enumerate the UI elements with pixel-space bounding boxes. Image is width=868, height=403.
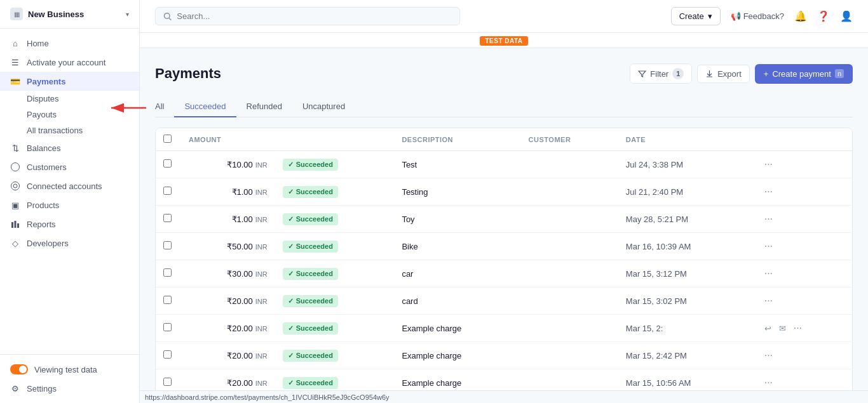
payment-amount: ₹30.00INR [181,260,275,287]
sidebar-item-balances[interactable]: ⇅ Balances [0,138,139,157]
sidebar-item-home[interactable]: ⌂ Home [0,34,139,53]
user-icon[interactable]: 👤 [840,10,853,22]
row-checkbox[interactable] [163,187,172,195]
row-checkbox[interactable] [163,214,172,222]
sidebar-item-products-label: Products [27,201,59,210]
table-row[interactable]: ₹20.00INR ✓Succeeded Example charge Mar … [156,342,852,369]
col-description: DESCRIPTION [394,128,520,151]
row-checkbox[interactable] [163,350,172,359]
svg-rect-3 [11,222,13,228]
payment-customer [521,151,618,178]
more-options-button[interactable]: ··· [762,294,775,308]
row-checkbox[interactable] [163,268,172,277]
sidebar-item-payouts[interactable]: Payouts [0,107,139,122]
table-row[interactable]: ₹10.00INR ✓Succeeded Test Jul 24, 3:38 P… [156,151,852,178]
status-badge: ✓Succeeded [283,159,338,171]
create-button[interactable]: Create ▾ [671,7,721,25]
sidebar-item-settings[interactable]: ⚙ Settings [0,379,139,398]
help-icon[interactable]: ❓ [817,10,830,22]
table-row[interactable]: ₹20.00INR ✓Succeeded card Mar 15, 3:02 P… [156,287,852,315]
undo-icon[interactable]: ↩ [762,322,774,334]
test-badge: TEST DATA [480,36,527,46]
tab-all[interactable]: All [155,96,174,117]
sidebar-item-all-transactions[interactable]: All transactions [0,122,139,138]
payments-table-container: AMOUNT DESCRIPTION CUSTOMER DATE ₹10.00I… [155,128,853,390]
svg-rect-5 [17,223,19,228]
more-options-button[interactable]: ··· [762,348,775,362]
payment-description: car [394,260,520,287]
row-checkbox[interactable] [163,378,172,386]
test-data-toggle[interactable]: Viewing test data [0,360,139,379]
topbar-actions: Create ▾ 📢 Feedback? 🔔 ❓ 👤 [671,7,853,25]
status-badge: ✓Succeeded [283,241,338,253]
select-all-checkbox[interactable] [163,135,172,143]
search-input[interactable] [177,11,452,21]
sidebar-item-balances-label: Balances [27,143,60,153]
more-options-button[interactable]: ··· [762,376,775,390]
payment-actions: ··· [754,178,852,206]
more-options-button[interactable]: ··· [791,321,804,335]
sidebar-item-developers[interactable]: ◇ Developers [0,234,139,253]
payment-description: Bike [394,233,520,260]
connected-icon [10,181,20,191]
sidebar-nav: ⌂ Home ☰ Activate your account 💳 Payment… [0,29,139,354]
payment-actions: ··· [754,342,852,369]
currency-tag: INR [255,270,268,278]
sidebar-item-products[interactable]: ▣ Products [0,195,139,215]
tab-uncaptured[interactable]: Uncaptured [292,96,355,117]
tab-refunded[interactable]: Refunded [236,96,292,117]
row-checkbox[interactable] [163,241,172,249]
more-options-button[interactable]: ··· [762,157,775,171]
filter-button[interactable]: Filter 1 [630,63,692,84]
sidebar-item-activate[interactable]: ☰ Activate your account [0,53,139,72]
statusbar: https://dashboard.stripe.com/test/paymen… [140,390,868,403]
svg-point-1 [11,182,20,190]
table-row[interactable]: ₹1.00INR ✓Succeeded Testing Jul 21, 2:40… [156,178,852,206]
row-checkbox[interactable] [163,323,172,331]
email-icon[interactable]: ✉ [776,322,789,334]
row-checkbox[interactable] [163,296,172,304]
table-row[interactable]: ₹1.00INR ✓Succeeded Toy May 28, 5:21 PM … [156,206,852,233]
table-row[interactable]: ₹50.00INR ✓Succeeded Bike Mar 16, 10:39 … [156,233,852,260]
more-options-button[interactable]: ··· [762,239,775,253]
payment-status: ✓Succeeded [275,315,395,342]
feedback-button[interactable]: 📢 Feedback? [731,11,784,21]
sidebar: ▦ New Business ▾ ⌂ Home ☰ Activate your … [0,0,140,403]
home-icon: ⌂ [10,38,20,48]
tab-succeeded[interactable]: Succeeded [174,96,236,117]
sidebar-item-disputes[interactable]: Disputes [0,91,139,107]
status-badge: ✓Succeeded [283,350,338,362]
export-button[interactable]: Export [697,65,750,83]
test-banner: TEST DATA [140,33,868,48]
check-icon: ✓ [288,324,294,333]
page-header: Payments Filter 1 Export + Create paymen… [155,63,853,84]
row-checkbox[interactable] [163,159,172,168]
payment-amount: ₹1.00INR [181,178,275,206]
sidebar-item-payments[interactable]: 💳 Payments [0,72,139,91]
more-options-button[interactable]: ··· [762,212,775,226]
brand-menu[interactable]: ▦ New Business ▾ [0,0,139,29]
sidebar-item-payments-label: Payments [27,77,65,86]
payment-amount: ₹50.00INR [181,233,275,260]
table-row[interactable]: ₹30.00INR ✓Succeeded car Mar 15, 3:12 PM… [156,260,852,287]
more-options-button[interactable]: ··· [762,267,775,281]
sidebar-item-settings-label: Settings [27,384,57,393]
col-amount: AMOUNT [181,128,394,151]
sidebar-item-reports[interactable]: Reports [0,215,139,234]
create-payment-button[interactable]: + Create payment n [755,64,853,84]
notifications-icon[interactable]: 🔔 [794,10,807,22]
status-badge: ✓Succeeded [283,322,338,334]
search-box[interactable] [155,7,460,25]
payment-status: ✓Succeeded [275,342,395,369]
test-data-track[interactable] [10,364,28,374]
status-badge: ✓Succeeded [283,295,338,307]
sidebar-item-customers[interactable]: Customers [0,157,139,176]
table-row[interactable]: ₹20.00INR ✓Succeeded Example charge Mar … [156,315,852,342]
payment-customer [521,233,618,260]
more-options-button[interactable]: ··· [762,185,775,199]
col-actions [754,128,852,151]
sidebar-item-connected[interactable]: Connected accounts [0,176,139,195]
create-payment-label: Create payment [772,69,831,79]
payment-actions: ··· [754,287,852,315]
table-row[interactable]: ₹20.00INR ✓Succeeded Example charge Mar … [156,369,852,391]
